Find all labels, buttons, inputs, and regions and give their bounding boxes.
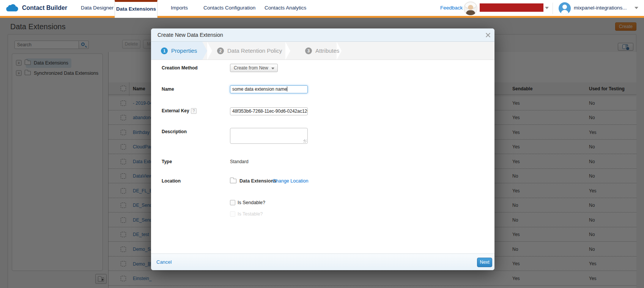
feedback-link[interactable]: Feedback — [440, 5, 463, 11]
step-label: Attributes — [315, 47, 339, 54]
redacted-account-block[interactable] — [480, 3, 543, 12]
chevron-separator — [207, 42, 212, 60]
folder-icon — [230, 179, 236, 183]
creation-method-dropdown[interactable]: Create from New — [230, 64, 278, 72]
nav-divider — [553, 3, 553, 14]
location-label: Location — [162, 178, 181, 184]
nav-item-data-extensions-active[interactable]: Data Extensions — [115, 0, 157, 18]
location-value: Data Extensions — [239, 178, 276, 184]
einstein-avatar[interactable] — [464, 2, 477, 15]
creation-method-label: Creation Method — [162, 65, 198, 71]
step-number: 1 — [161, 47, 168, 54]
salesforce-cloud-icon — [5, 3, 19, 13]
step-number: 3 — [305, 47, 312, 54]
chevron-separator — [202, 42, 207, 60]
name-label: Name — [162, 87, 174, 92]
cancel-button[interactable]: Cancel — [156, 259, 172, 265]
is-testable-label: Is Testable? — [238, 211, 263, 217]
nav-item-contacts-configuration[interactable]: Contacts Configuration — [203, 5, 255, 11]
nav-item-imports[interactable]: Imports — [171, 5, 188, 11]
top-nav: Contact Builder Data Designer Data Exten… — [0, 0, 644, 18]
chevron-down-icon[interactable] — [545, 7, 549, 9]
modal-title: Create New Data Extension — [157, 32, 223, 38]
name-input[interactable]: some data extension name — [230, 85, 308, 93]
external-key-input[interactable]: 48f353b6-7268-11ec-90d6-0242ac1200 — [230, 107, 308, 115]
einstein-suit — [466, 10, 475, 15]
app-title: Contact Builder — [22, 5, 67, 11]
creation-method-value: Create from New — [234, 65, 268, 71]
nav-item-contacts-analytics[interactable]: Contacts Analytics — [265, 5, 306, 11]
einstein-face — [468, 5, 473, 10]
help-icon[interactable]: ? — [191, 108, 197, 114]
modal-header: Create New Data Extension — [151, 28, 494, 42]
next-button[interactable]: Next — [477, 258, 492, 267]
chevron-down-icon[interactable] — [635, 7, 638, 9]
step-number: 2 — [217, 47, 224, 54]
external-key-label: External Key — [162, 108, 189, 113]
is-sendable-checkbox[interactable] — [230, 200, 235, 205]
account-menu[interactable]: mixpanel-integrations... — [574, 5, 627, 11]
modal-footer: Cancel Next — [151, 253, 494, 270]
is-sendable-label: Is Sendable? — [238, 200, 265, 205]
step-wizard: 1 Properties 2 Data Retention Policy 3 A… — [151, 42, 494, 60]
nav-item-data-designer[interactable]: Data Designer — [81, 5, 113, 11]
is-testable-checkbox — [230, 211, 235, 217]
user-avatar-head — [562, 5, 567, 9]
user-avatar[interactable] — [559, 2, 571, 14]
chevron-down-icon — [271, 68, 274, 69]
text-cursor — [287, 87, 287, 91]
type-value: Standard — [230, 159, 249, 164]
step-label: Data Retention Policy — [227, 47, 282, 54]
step-label: Properties — [171, 47, 197, 54]
chevron-separator — [285, 42, 290, 60]
type-label: Type — [162, 159, 172, 164]
change-location-link[interactable]: Change Location — [272, 178, 309, 184]
external-key-value: 48f353b6-7268-11ec-90d6-0242ac1200 — [232, 109, 308, 114]
user-avatar-torso — [561, 10, 568, 14]
create-data-extension-modal: Create New Data Extension 1 Properties 2… — [151, 28, 494, 270]
description-label: Description — [162, 129, 187, 134]
description-textarea[interactable] — [230, 128, 308, 144]
name-value: some data extension name — [232, 87, 287, 92]
close-icon[interactable] — [485, 32, 491, 38]
